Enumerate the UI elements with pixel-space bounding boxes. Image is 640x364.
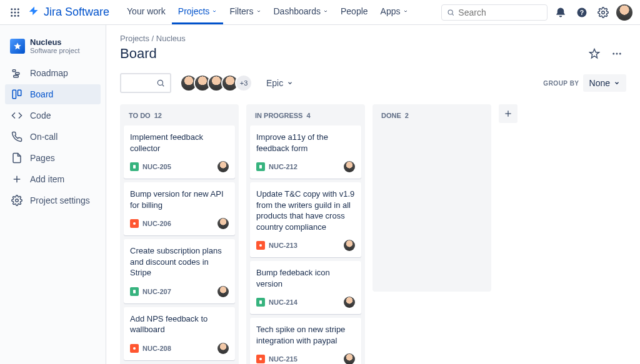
issue-card[interactable]: Improve a11y of the feedback formNUC-212 — [250, 125, 361, 179]
assignee-avatar[interactable] — [218, 343, 229, 354]
assignee-avatar[interactable] — [344, 353, 355, 364]
issue-key: NUC-207 — [142, 288, 171, 295]
chevron-down-icon — [256, 8, 261, 15]
assignee-avatar[interactable] — [218, 286, 229, 297]
svg-point-30 — [133, 347, 136, 350]
add-column-button[interactable] — [499, 104, 518, 123]
code-icon — [11, 110, 22, 121]
assignee-avatar[interactable] — [344, 161, 355, 172]
svg-point-24 — [619, 53, 621, 55]
nav-filters[interactable]: Filters — [223, 0, 267, 24]
project-subtitle: Software project — [30, 47, 79, 54]
story-icon — [130, 287, 139, 296]
card-title: Update T&C copy with v1.9 from the write… — [256, 189, 355, 232]
chevron-down-icon — [212, 8, 217, 15]
svg-rect-16 — [14, 76, 19, 77]
svg-line-10 — [452, 14, 453, 15]
assignee-avatar[interactable] — [218, 218, 229, 229]
issue-card[interactable]: Bump fedeback icon versionNUC-214 — [250, 261, 361, 314]
sidebar-item-roadmap[interactable]: Roadmap — [5, 63, 101, 83]
assignee-filter[interactable]: +3 — [180, 74, 252, 92]
card-title: Bump version for new API for billing — [130, 189, 229, 210]
settings-icon — [11, 195, 22, 206]
main-content: Projects / Nucleus Board +3 Epic — [106, 25, 640, 364]
svg-text:?: ? — [580, 8, 584, 16]
epic-filter[interactable]: Epic — [261, 74, 298, 92]
assignee-avatar[interactable] — [344, 240, 355, 251]
story-icon — [256, 298, 265, 307]
star-button[interactable] — [585, 44, 604, 63]
column-title: IN PROGRESS — [255, 112, 302, 119]
search-input[interactable] — [458, 7, 542, 17]
bug-icon — [256, 355, 265, 363]
more-assignees[interactable]: +3 — [235, 74, 252, 92]
column-count: 12 — [154, 112, 162, 119]
sidebar-label: Code — [30, 111, 51, 121]
global-search[interactable] — [441, 4, 548, 21]
issue-card[interactable]: Update T&C copy with v1.9 from the write… — [250, 182, 361, 257]
settings-icon[interactable] — [595, 4, 611, 21]
roadmap-icon — [11, 67, 22, 79]
sidebar-item-code[interactable]: Code — [5, 106, 101, 125]
issue-key: NUC-215 — [269, 355, 298, 363]
jira-logo[interactable]: Jira Software — [28, 6, 109, 19]
help-icon[interactable]: ? — [574, 4, 590, 21]
bug-icon — [256, 241, 265, 250]
sidebar-item-board[interactable]: Board — [5, 84, 101, 104]
kanban-board: TO DO12Implement feedback collectorNUC-2… — [120, 104, 626, 364]
sidebar-label: Pages — [30, 153, 55, 163]
nav-dashboards[interactable]: Dashboards — [268, 0, 335, 24]
sidebar-item-pages[interactable]: Pages — [5, 148, 101, 168]
issue-card[interactable]: Tech spike on new stripe integration wit… — [250, 318, 361, 364]
column-in-progress: IN PROGRESS4Improve a11y of the feedback… — [246, 104, 365, 364]
issue-card[interactable]: Create subscription plans and discount c… — [124, 239, 235, 303]
nav-label: Dashboards — [274, 6, 321, 16]
issue-key: NUC-214 — [269, 298, 298, 306]
nav-projects[interactable]: Projects — [172, 0, 224, 24]
page-title: Board — [120, 46, 157, 62]
project-name: Nucleus — [30, 37, 79, 47]
groupby-select[interactable]: None — [583, 74, 626, 92]
issue-card[interactable]: Implement feedback collectorNUC-205 — [124, 125, 235, 179]
story-icon — [130, 162, 139, 171]
svg-rect-15 — [16, 72, 19, 74]
board-search[interactable] — [120, 73, 171, 93]
notifications-icon[interactable] — [552, 4, 569, 21]
app-switcher-icon[interactable] — [8, 5, 22, 20]
sidebar-item-on-call[interactable]: On-call — [5, 127, 101, 147]
issue-card[interactable]: Bump version for new API for billingNUC-… — [124, 182, 235, 235]
card-title: Create subscription plans and discount c… — [130, 245, 229, 278]
nav-apps[interactable]: Apps — [374, 0, 414, 24]
issue-card[interactable]: Add NPS feedback to wallboardNUC-208 — [124, 307, 235, 360]
column-title: DONE — [381, 112, 401, 119]
svg-point-7 — [14, 14, 16, 16]
more-actions-button[interactable] — [608, 44, 626, 63]
sidebar-item-add-item[interactable]: Add item — [5, 169, 101, 189]
breadcrumb[interactable]: Projects / Nucleus — [120, 34, 626, 43]
svg-rect-29 — [133, 290, 136, 293]
bug-icon — [130, 344, 139, 353]
profile-avatar[interactable] — [616, 4, 632, 21]
project-header[interactable]: Nucleus Software project — [5, 35, 101, 63]
nav-your-work[interactable]: Your work — [121, 0, 172, 24]
sidebar-item-project-settings[interactable]: Project settings — [5, 190, 101, 210]
nav-label: Your work — [127, 6, 166, 16]
issue-key: NUC-213 — [269, 242, 298, 249]
chevron-down-icon — [403, 8, 408, 15]
column-header: IN PROGRESS4 — [250, 111, 361, 125]
nav-people[interactable]: People — [334, 0, 374, 24]
assignee-avatar[interactable] — [344, 297, 355, 308]
assignee-avatar[interactable] — [218, 161, 229, 172]
issue-key: NUC-208 — [142, 345, 171, 352]
issue-key: NUC-206 — [142, 220, 171, 227]
sidebar-label: On-call — [30, 132, 58, 142]
card-title: Bump fedeback icon version — [256, 267, 355, 289]
logo-text: Jira Software — [44, 6, 109, 19]
nav-items: Your workProjectsFiltersDashboardsPeople… — [121, 0, 414, 24]
svg-point-8 — [18, 14, 19, 16]
story-icon — [256, 162, 265, 171]
sidebar-label: Roadmap — [30, 68, 68, 78]
svg-point-3 — [11, 11, 12, 13]
svg-point-21 — [16, 199, 19, 202]
pages-icon — [11, 152, 22, 164]
